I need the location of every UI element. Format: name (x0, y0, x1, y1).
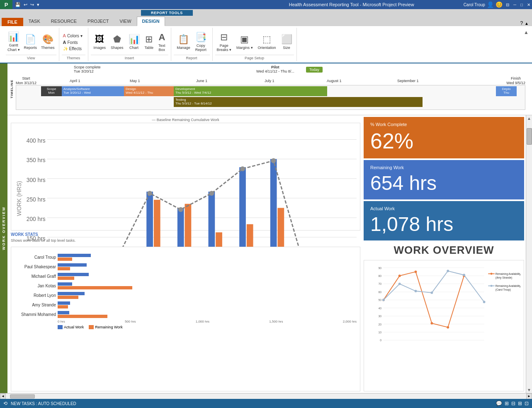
orientation-button[interactable]: ⬚ Orientation (256, 33, 278, 51)
margins-button[interactable]: ▣ Margins ▾ (235, 33, 255, 51)
gantt-chart-button[interactable]: 📊 GanttChart ▾ (6, 31, 22, 53)
help-button[interactable]: ? (520, 20, 523, 26)
svg-text:(Amy Strande): (Amy Strande) (496, 276, 513, 279)
tab-project[interactable]: PROJECT (82, 17, 114, 26)
svg-point-82 (398, 274, 401, 277)
timeline-annotations: Scope complete Tue 3/20/12 Pilot Wed 4/1… (16, 65, 525, 78)
vertical-scrollbar[interactable]: ▲ ▼ (526, 115, 532, 393)
undo-button[interactable]: ↩ (23, 2, 28, 7)
svg-text:10: 10 (378, 331, 381, 334)
ribbon-group-insert: 🖼 Images ⬟ Shapes 📊 Chart ⊞ Table A (88, 28, 171, 61)
svg-point-90 (430, 291, 433, 294)
scroll-left-button[interactable]: ◄ (0, 393, 6, 399)
svg-text:0: 0 (380, 339, 381, 342)
tab-view[interactable]: VIEW (114, 17, 136, 26)
collapse-ribbon-button[interactable]: ▲ (525, 21, 529, 26)
customize-button[interactable]: ▾ (36, 2, 40, 7)
expand-ribbon-button[interactable]: ▲ (524, 29, 529, 35)
timeline-bars-container: ScopeMon Analysis/SoftwareTue 3/20/12 - … (16, 85, 525, 110)
svg-text:60: 60 (378, 291, 381, 294)
close-button[interactable]: ✕ (525, 2, 532, 7)
textbox-button[interactable]: A TextBox (157, 31, 167, 53)
svg-text:50: 50 (378, 299, 381, 301)
scroll-thumb-h[interactable] (10, 394, 35, 398)
stat-remaining-value: 654 hrs (370, 172, 517, 194)
quick-access-toolbar: 💾 ↩ ↪ ▾ (12, 2, 240, 7)
shapes-button[interactable]: ⬟ Shapes (109, 33, 125, 51)
page-breaks-button[interactable]: ⊟ PageBreaks ▾ (215, 31, 233, 53)
month-june: June 1 (196, 79, 207, 83)
svg-point-89 (415, 290, 417, 292)
svg-text:80: 80 (378, 274, 381, 277)
work-stats-title: WORK STATS (11, 232, 360, 237)
status-task-icon: ⟲ (3, 401, 7, 406)
svg-point-42 (147, 191, 152, 196)
copy-report-button[interactable]: 📑 CopyReport (194, 31, 208, 53)
work-overview-side-label: WORK OVERVIEW (0, 63, 7, 393)
table-button[interactable]: ⊞ Table (143, 33, 155, 51)
size-button[interactable]: ⬜ Size (279, 33, 294, 51)
bar-carol-remaining (58, 257, 72, 261)
save-button[interactable]: 💾 (14, 2, 22, 7)
ribbon-container: REPORT TOOLS FILE TASK RESOURCE PROJECT … (0, 9, 532, 26)
svg-point-45 (240, 166, 245, 171)
design-bar: DesignWed 4/11/12 - Thu (124, 86, 174, 96)
today-button[interactable]: Today (306, 67, 323, 73)
svg-point-44 (209, 191, 214, 196)
emoji-icon: 😊 (496, 1, 503, 8)
left-column: — Baseline Remaining Cumulative Work 400… (7, 115, 362, 393)
people-chart-x-axis: 0 hrs 500 hrs 1,000 hrs 1,500 hrs 2,000 … (58, 320, 357, 323)
people-chart-legend: Actual Work Remaining Work (58, 325, 357, 329)
status-icon-3: ⊟ (511, 401, 515, 406)
tab-task[interactable]: TASK (23, 17, 46, 26)
app-icon: P (0, 0, 12, 9)
status-task-label: NEW TASKS : AUTO SCHEDULED (11, 401, 76, 406)
themes-ribbon-button[interactable]: 🎨 Themes (39, 33, 56, 51)
people-chart: Carol Troup Paul Shakespear (11, 247, 360, 391)
horizontal-scrollbar[interactable]: ◄ ► (0, 393, 532, 399)
manage-button[interactable]: 📋 Manage (175, 33, 192, 51)
development-bar: DevelopmentThu 5/3/12 - Wed 7/4/12 (174, 86, 327, 96)
bar-carol-actual (58, 254, 91, 257)
scrollbar-thumb[interactable] (527, 128, 532, 145)
maximize-button[interactable]: □ (519, 2, 525, 7)
dashboard-area: — Baseline Remaining Cumulative Work 400… (7, 115, 532, 393)
analysis-bar: Analysis/SoftwareTue 3/20/12 - Wed (62, 86, 124, 96)
status-icon-5: ⊡ (525, 401, 529, 406)
svg-point-83 (415, 271, 417, 273)
minimize-button[interactable]: ─ (512, 2, 518, 7)
scope-bar: ScopeMon (41, 86, 62, 96)
effects-button[interactable]: ✨ Effects (62, 46, 83, 51)
bar-jan-remaining (58, 286, 132, 289)
chart-button[interactable]: 📊 Chart (127, 33, 141, 51)
timeline-label: TIMELINE (10, 80, 14, 98)
user-icon: 👤 (487, 1, 494, 8)
stat-remaining-label: Remaining Work (370, 165, 517, 170)
reports-button[interactable]: 📄 Reports (22, 33, 39, 51)
work-bar-chart: 400 hrs 350 hrs 300 hrs 250 hrs 200 hrs … (11, 123, 360, 231)
svg-point-46 (271, 158, 276, 163)
svg-text:20: 20 (378, 323, 381, 326)
status-bar: ⟲ NEW TASKS : AUTO SCHEDULED 💬 ⊞ ⊟ ⊞ ⊡ (0, 399, 532, 408)
ribbon-minimize-button[interactable]: ⊟ (504, 2, 511, 7)
stat-actual-label: Actual Work (370, 206, 517, 211)
side-labels: WORK OVERVIEW (0, 63, 7, 393)
fonts-button[interactable]: A Fonts (62, 39, 79, 45)
tab-design[interactable]: DESIGN (137, 17, 165, 26)
scroll-right-button[interactable]: ► (526, 393, 532, 399)
report-group-label: Report (174, 55, 210, 61)
svg-point-88 (398, 283, 401, 285)
person-name-carol: Carol Troup (15, 255, 56, 260)
tab-resource[interactable]: RESOURCE (46, 17, 82, 26)
content-area: TIMELINE Scope complete Tue 3/20/12 Pilo… (7, 63, 532, 393)
colors-button[interactable]: A Colors ▾ (62, 33, 84, 39)
tab-file[interactable]: FILE (2, 18, 23, 26)
images-button[interactable]: 🖼 Images (92, 33, 108, 51)
redo-button[interactable]: ↪ (29, 2, 35, 7)
person-name-michael: Michael Graff (15, 274, 56, 279)
person-row-paul: Paul Shakespear (15, 263, 357, 270)
person-row-carol: Carol Troup (15, 254, 357, 261)
svg-text:350 hrs: 350 hrs (27, 157, 46, 163)
work-overview-title-area: WORK OVERVIEW (364, 242, 524, 258)
scroll-track[interactable] (6, 394, 526, 398)
